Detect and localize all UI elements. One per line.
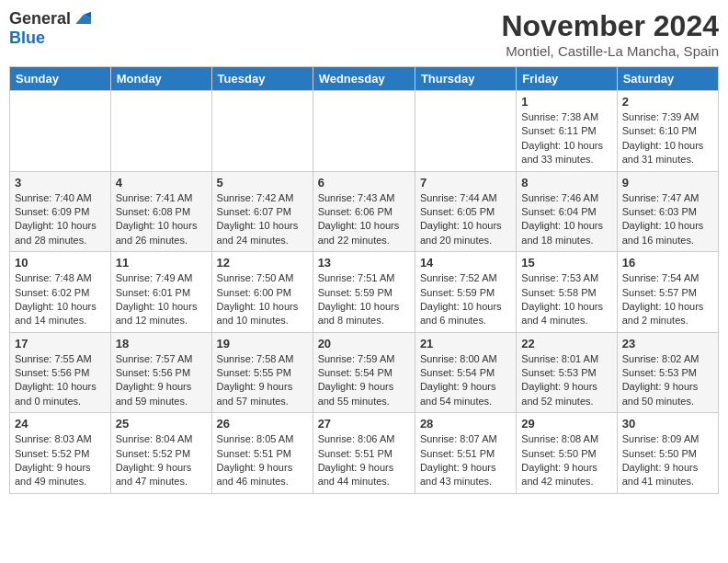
day-number: 11 bbox=[116, 256, 207, 270]
calendar-cell: 10Sunrise: 7:48 AM Sunset: 6:02 PM Dayli… bbox=[10, 252, 111, 333]
day-info: Sunrise: 7:48 AM Sunset: 6:02 PM Dayligh… bbox=[15, 271, 106, 328]
day-info: Sunrise: 7:52 AM Sunset: 5:59 PM Dayligh… bbox=[420, 271, 511, 328]
calendar-cell: 8Sunrise: 7:46 AM Sunset: 6:04 PM Daylig… bbox=[517, 171, 617, 252]
day-number: 26 bbox=[217, 417, 308, 431]
day-info: Sunrise: 8:07 AM Sunset: 5:51 PM Dayligh… bbox=[420, 432, 511, 489]
day-of-week-header: Monday bbox=[110, 67, 211, 91]
calendar-cell: 5Sunrise: 7:42 AM Sunset: 6:07 PM Daylig… bbox=[211, 171, 313, 252]
day-number: 16 bbox=[622, 256, 713, 270]
calendar-week-row: 3Sunrise: 7:40 AM Sunset: 6:09 PM Daylig… bbox=[10, 171, 719, 252]
day-of-week-header: Saturday bbox=[617, 67, 718, 91]
day-info: Sunrise: 7:42 AM Sunset: 6:07 PM Dayligh… bbox=[217, 191, 308, 248]
day-info: Sunrise: 8:04 AM Sunset: 5:52 PM Dayligh… bbox=[116, 432, 207, 489]
day-info: Sunrise: 7:55 AM Sunset: 5:56 PM Dayligh… bbox=[15, 352, 106, 409]
day-number: 18 bbox=[116, 337, 207, 350]
day-number: 12 bbox=[217, 256, 308, 270]
day-of-week-header: Tuesday bbox=[211, 67, 313, 91]
day-number: 30 bbox=[622, 417, 713, 431]
day-number: 15 bbox=[521, 256, 611, 270]
calendar-cell: 6Sunrise: 7:43 AM Sunset: 6:06 PM Daylig… bbox=[313, 171, 415, 252]
calendar-header-row: SundayMondayTuesdayWednesdayThursdayFrid… bbox=[10, 67, 719, 91]
day-info: Sunrise: 8:01 AM Sunset: 5:53 PM Dayligh… bbox=[521, 352, 611, 409]
calendar-cell: 9Sunrise: 7:47 AM Sunset: 6:03 PM Daylig… bbox=[617, 171, 718, 252]
calendar-cell: 7Sunrise: 7:44 AM Sunset: 6:05 PM Daylig… bbox=[415, 171, 516, 252]
day-info: Sunrise: 8:05 AM Sunset: 5:51 PM Dayligh… bbox=[217, 432, 308, 489]
day-info: Sunrise: 7:51 AM Sunset: 5:59 PM Dayligh… bbox=[318, 271, 410, 328]
day-info: Sunrise: 7:57 AM Sunset: 5:56 PM Dayligh… bbox=[116, 352, 207, 409]
calendar-cell: 14Sunrise: 7:52 AM Sunset: 5:59 PM Dayli… bbox=[415, 252, 516, 333]
day-number: 28 bbox=[420, 417, 511, 431]
day-number: 24 bbox=[15, 417, 106, 431]
calendar-cell: 17Sunrise: 7:55 AM Sunset: 5:56 PM Dayli… bbox=[10, 332, 111, 413]
day-number: 4 bbox=[116, 176, 207, 190]
day-number: 17 bbox=[15, 337, 106, 350]
calendar-cell: 27Sunrise: 8:06 AM Sunset: 5:51 PM Dayli… bbox=[313, 413, 415, 494]
calendar-cell bbox=[110, 91, 211, 172]
day-info: Sunrise: 7:58 AM Sunset: 5:55 PM Dayligh… bbox=[217, 352, 308, 409]
logo-general: General bbox=[9, 9, 71, 29]
day-number: 3 bbox=[15, 176, 106, 190]
calendar-cell: 25Sunrise: 8:04 AM Sunset: 5:52 PM Dayli… bbox=[110, 413, 211, 494]
day-number: 20 bbox=[318, 337, 410, 350]
day-number: 19 bbox=[217, 337, 308, 350]
day-info: Sunrise: 7:40 AM Sunset: 6:09 PM Dayligh… bbox=[15, 191, 106, 248]
logo: General Blue bbox=[9, 9, 91, 48]
day-info: Sunrise: 7:49 AM Sunset: 6:01 PM Dayligh… bbox=[116, 271, 207, 328]
day-of-week-header: Friday bbox=[517, 67, 617, 91]
day-info: Sunrise: 7:47 AM Sunset: 6:03 PM Dayligh… bbox=[622, 191, 713, 248]
calendar-week-row: 1Sunrise: 7:38 AM Sunset: 6:11 PM Daylig… bbox=[10, 91, 719, 172]
calendar-cell: 28Sunrise: 8:07 AM Sunset: 5:51 PM Dayli… bbox=[415, 413, 516, 494]
calendar-cell: 26Sunrise: 8:05 AM Sunset: 5:51 PM Dayli… bbox=[211, 413, 313, 494]
day-number: 10 bbox=[15, 256, 106, 270]
calendar-cell: 4Sunrise: 7:41 AM Sunset: 6:08 PM Daylig… bbox=[110, 171, 211, 252]
calendar-week-row: 10Sunrise: 7:48 AM Sunset: 6:02 PM Dayli… bbox=[10, 252, 719, 333]
day-info: Sunrise: 7:44 AM Sunset: 6:05 PM Dayligh… bbox=[420, 191, 511, 248]
calendar-cell: 11Sunrise: 7:49 AM Sunset: 6:01 PM Dayli… bbox=[110, 252, 211, 333]
calendar-week-row: 24Sunrise: 8:03 AM Sunset: 5:52 PM Dayli… bbox=[10, 413, 719, 494]
calendar-week-row: 17Sunrise: 7:55 AM Sunset: 5:56 PM Dayli… bbox=[10, 332, 719, 413]
day-info: Sunrise: 7:53 AM Sunset: 5:58 PM Dayligh… bbox=[521, 271, 611, 328]
day-info: Sunrise: 8:03 AM Sunset: 5:52 PM Dayligh… bbox=[15, 432, 106, 489]
day-number: 1 bbox=[521, 95, 611, 109]
day-number: 5 bbox=[217, 176, 308, 190]
day-info: Sunrise: 7:41 AM Sunset: 6:08 PM Dayligh… bbox=[116, 191, 207, 248]
calendar-cell bbox=[415, 91, 516, 172]
day-info: Sunrise: 7:43 AM Sunset: 6:06 PM Dayligh… bbox=[318, 191, 410, 248]
calendar-cell: 3Sunrise: 7:40 AM Sunset: 6:09 PM Daylig… bbox=[10, 171, 111, 252]
calendar-cell: 2Sunrise: 7:39 AM Sunset: 6:10 PM Daylig… bbox=[617, 91, 718, 172]
calendar-cell: 30Sunrise: 8:09 AM Sunset: 5:50 PM Dayli… bbox=[617, 413, 718, 494]
month-title: November 2024 bbox=[501, 9, 719, 43]
day-number: 21 bbox=[420, 337, 511, 350]
day-info: Sunrise: 7:59 AM Sunset: 5:54 PM Dayligh… bbox=[318, 352, 410, 409]
day-number: 7 bbox=[420, 176, 511, 190]
calendar-table: SundayMondayTuesdayWednesdayThursdayFrid… bbox=[9, 66, 719, 494]
day-info: Sunrise: 8:09 AM Sunset: 5:50 PM Dayligh… bbox=[622, 432, 713, 489]
day-info: Sunrise: 8:02 AM Sunset: 5:53 PM Dayligh… bbox=[622, 352, 713, 409]
calendar-cell: 18Sunrise: 7:57 AM Sunset: 5:56 PM Dayli… bbox=[110, 332, 211, 413]
day-info: Sunrise: 8:00 AM Sunset: 5:54 PM Dayligh… bbox=[420, 352, 511, 409]
day-number: 2 bbox=[622, 95, 713, 109]
calendar-cell bbox=[10, 91, 111, 172]
calendar-cell: 15Sunrise: 7:53 AM Sunset: 5:58 PM Dayli… bbox=[517, 252, 617, 333]
day-number: 13 bbox=[318, 256, 410, 270]
calendar-cell: 12Sunrise: 7:50 AM Sunset: 6:00 PM Dayli… bbox=[211, 252, 313, 333]
day-of-week-header: Sunday bbox=[10, 67, 111, 91]
calendar-cell: 22Sunrise: 8:01 AM Sunset: 5:53 PM Dayli… bbox=[517, 332, 617, 413]
day-number: 27 bbox=[318, 417, 410, 431]
page-header: General Blue November 2024 Montiel, Cast… bbox=[9, 9, 719, 59]
day-info: Sunrise: 7:46 AM Sunset: 6:04 PM Dayligh… bbox=[521, 191, 611, 248]
calendar-cell: 21Sunrise: 8:00 AM Sunset: 5:54 PM Dayli… bbox=[415, 332, 516, 413]
location: Montiel, Castille-La Mancha, Spain bbox=[501, 43, 719, 59]
calendar-cell: 20Sunrise: 7:59 AM Sunset: 5:54 PM Dayli… bbox=[313, 332, 415, 413]
calendar-cell: 19Sunrise: 7:58 AM Sunset: 5:55 PM Dayli… bbox=[211, 332, 313, 413]
calendar-cell bbox=[313, 91, 415, 172]
day-number: 14 bbox=[420, 256, 511, 270]
logo-blue: Blue bbox=[9, 29, 45, 48]
day-info: Sunrise: 8:08 AM Sunset: 5:50 PM Dayligh… bbox=[521, 432, 611, 489]
day-number: 29 bbox=[521, 417, 611, 431]
logo-icon bbox=[73, 10, 91, 29]
day-number: 8 bbox=[521, 176, 611, 190]
calendar-cell: 16Sunrise: 7:54 AM Sunset: 5:57 PM Dayli… bbox=[617, 252, 718, 333]
day-info: Sunrise: 7:39 AM Sunset: 6:10 PM Dayligh… bbox=[622, 110, 713, 167]
title-block: November 2024 Montiel, Castille-La Manch… bbox=[501, 9, 719, 59]
